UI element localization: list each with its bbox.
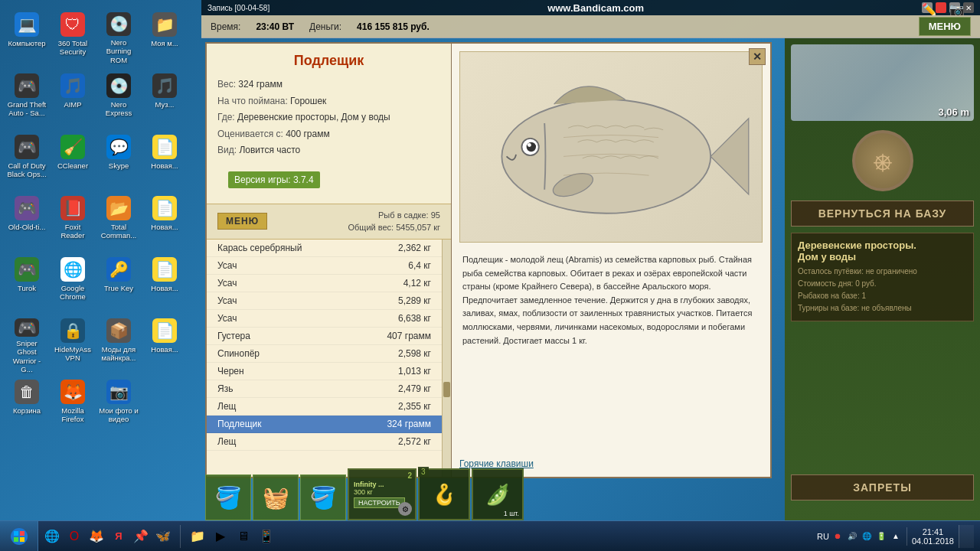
desktop-icon-truekey[interactable]: 🔑 True Key — [96, 253, 142, 314]
desktop-icon-recycle[interactable]: 🗑 Корзина — [4, 375, 50, 436]
desktop-icon-totalcmd[interactable]: 📂 Total Comman... — [96, 191, 142, 253]
svg-rect-9 — [20, 537, 24, 542]
desktop-icon-computer[interactable]: 💻 Компьютер — [4, 8, 50, 69]
minimap: 3,06 m — [791, 44, 974, 121]
fish-list-item[interactable]: Густера 407 грамм — [207, 328, 442, 345]
desktop-icon-new4[interactable]: 📄 Новая... — [142, 314, 188, 375]
fish-list-item[interactable]: Подлещик 324 грамм — [207, 416, 442, 433]
icon-label-new1: Новая... — [151, 161, 178, 170]
fish-item-weight: 6,4 кг — [408, 260, 431, 271]
desktop-icon-foxit[interactable]: 📕 Foxit Reader — [50, 191, 96, 253]
bucket-slot[interactable]: 🪣 — [300, 474, 346, 520]
desktop-icon-nero[interactable]: 💿 Nero Burning ROM — [96, 8, 142, 69]
ship-wheel-icon: ⎈ — [874, 144, 892, 178]
desktop-icon-oldtiles[interactable]: 🎮 Old-Old-ti... — [4, 191, 50, 253]
desktop-icon-muz[interactable]: 🎵 Муз... — [142, 69, 188, 130]
fish-list-item[interactable]: Усач 6,638 кг — [207, 310, 442, 328]
fish-title: Подлещик — [217, 53, 440, 69]
hot-keys-link[interactable]: Горячие клавиши — [459, 458, 763, 469]
tray-icon-3[interactable]: 🔋 — [875, 530, 887, 543]
desktop-icon-sniper[interactable]: 🎮 Sniper Ghost Warrior - G... — [4, 314, 50, 375]
desktop-icon-aimp[interactable]: 🎵 AIMP — [50, 69, 96, 130]
fish-list-item[interactable]: Лещ 2,355 кг — [207, 398, 442, 416]
fish-count-label: Рыб в садке: — [378, 210, 429, 220]
game-bottom-bar: 🪣 🧺 🪣 2 Infinity ... 300 кг НАСТРОИТЬ ⚙ … — [205, 468, 524, 520]
fish-list-item[interactable]: Карась серебряный 2,362 кг — [207, 240, 442, 257]
desktop-icon-new1[interactable]: 📄 Новая... — [142, 130, 188, 191]
total-weight-label: Общий вес: — [348, 223, 394, 232]
desktop-icon-firefox[interactable]: 🦊 Mozilla Firefox — [50, 375, 96, 436]
desktop-icon-skype[interactable]: 💬 Skype — [96, 130, 142, 191]
cauldron-slot[interactable]: 🪣 — [205, 474, 251, 520]
bandicam-record-btn[interactable] — [936, 2, 946, 13]
show-desktop-btn[interactable] — [959, 525, 974, 548]
fish-list-item[interactable]: Усач 6,4 кг — [207, 257, 442, 275]
taskbar-butterfly-icon[interactable]: 🦋 — [152, 526, 174, 547]
dialog-close-btn[interactable]: ✕ — [749, 48, 766, 65]
taskbar-firefox-icon[interactable]: 🦊 — [86, 526, 107, 547]
fish-list-item[interactable]: Спинопёр 2,598 кг — [207, 345, 442, 363]
tray-record-icon[interactable]: ⏺ — [831, 530, 844, 543]
icon-label-google: Google Chrome — [53, 284, 93, 302]
version-label: Версия игры: 3.7.4 — [228, 171, 320, 188]
fish-list-item[interactable]: Усач 4,12 кг — [207, 275, 442, 292]
icon-label-mpc: Моя м... — [151, 39, 178, 47]
tray-icon-1[interactable]: 🔊 — [846, 530, 858, 543]
icon-img-truekey: 🔑 — [106, 257, 131, 282]
bandicam-settings-icon[interactable]: ✏️ — [922, 2, 933, 13]
ship-wheel-btn[interactable]: ⎈ — [852, 130, 913, 191]
start-button[interactable] — [0, 521, 38, 552]
fish-item-name: Подлещик — [217, 419, 387, 429]
taskbar-pin-icon[interactable]: 📌 — [130, 526, 152, 547]
basket-slot[interactable]: 🧺 — [253, 474, 299, 520]
tray-icon-2[interactable]: 🌐 — [861, 530, 873, 543]
fish-item-name: Черен — [217, 366, 398, 377]
fish-list-scrollbar[interactable] — [442, 240, 451, 477]
taskbar-folder-icon[interactable]: 📁 — [187, 526, 208, 547]
taskbar-opera-icon[interactable]: O — [64, 526, 85, 547]
desktop-icon-new3[interactable]: 📄 Новая... — [142, 253, 188, 314]
back-to-base-btn[interactable]: ВЕРНУТЬСЯ НА БАЗУ — [791, 201, 974, 227]
icon-label-photos: Мои фото и видео — [99, 406, 139, 424]
desktop-icon-turok[interactable]: 🎮 Turok — [4, 253, 50, 314]
fish-item-weight: 2,479 кг — [398, 383, 431, 394]
desktop-icon-mpc[interactable]: 📁 Моя м... — [142, 8, 188, 69]
desktop-icon-cod[interactable]: 🎮 Call of Duty Black Ops... — [4, 130, 50, 191]
taskbar-apps-icon[interactable]: 📱 — [256, 526, 277, 547]
tray-indicator: RU — [817, 532, 829, 541]
desktop-icon-express[interactable]: 💿 Nero Express — [96, 69, 142, 130]
taskbar-yandex-icon[interactable]: Я — [108, 526, 129, 547]
rod-settings-icon[interactable]: ⚙ — [398, 502, 412, 516]
taskbar-ie-icon[interactable]: 🌐 — [41, 526, 63, 547]
rod-slot[interactable]: 2 Infinity ... 300 кг НАСТРОИТЬ ⚙ — [348, 468, 416, 520]
taskbar-monitor-icon[interactable]: 🖥 — [233, 526, 254, 547]
desktop-icon-new2[interactable]: 📄 Новая... — [142, 191, 188, 253]
fish-list-item[interactable]: Язь 2,479 кг — [207, 380, 442, 398]
bandicam-close-btn[interactable]: ✕ — [963, 2, 974, 13]
fish-list-item[interactable]: Лещ 2,572 кг — [207, 433, 442, 451]
desktop-icon-photos[interactable]: 📷 Мои фото и видео — [96, 375, 142, 436]
taskbar-play-icon[interactable]: ▶ — [210, 526, 231, 547]
desktop-icon-mods[interactable]: 📦 Моды для майнкра... — [96, 314, 142, 375]
top-menu-btn[interactable]: МЕНЮ — [919, 17, 971, 36]
icon-label-skype: Skype — [109, 161, 129, 170]
fish-list[interactable]: Карась серебряный 2,362 кг Усач 6,4 кг У… — [207, 240, 442, 477]
fishermen-text: Рыбаков на базе: 1 — [798, 290, 967, 302]
fish-list-item[interactable]: Усач 5,289 кг — [207, 292, 442, 310]
tray-up-arrow[interactable]: ▲ — [890, 530, 902, 543]
desktop-icon-hidemyvpn[interactable]: 🔒 HideMyAss VPN — [50, 314, 96, 375]
bandicam-camera-icon[interactable]: 📷 — [949, 2, 960, 13]
configure-btn[interactable]: НАСТРОИТЬ — [354, 497, 405, 508]
menu-button[interactable]: МЕНЮ — [217, 213, 267, 230]
desktop-icon-ccleaner[interactable]: 🧹 CCleaner — [50, 130, 96, 191]
pea-bait-slot[interactable]: 🫛 1 шт. — [472, 468, 524, 520]
icon-label-recycle: Корзина — [13, 406, 41, 415]
desktop-icon-gta[interactable]: 🎮 Grand Theft Auto - Sa... — [4, 69, 50, 130]
fish-list-item[interactable]: Черен 1,013 кг — [207, 363, 442, 380]
money-label: Деньги: — [309, 21, 341, 32]
icon-label-firefox: Mozilla Firefox — [53, 406, 93, 424]
banned-btn[interactable]: ЗАПРЕТЫ — [791, 474, 974, 500]
desktop-icons-area: 💻 Компьютер 🛡 360 Total Security 💿 Nero … — [0, 8, 184, 436]
desktop-icon-security[interactable]: 🛡 360 Total Security — [50, 8, 96, 69]
desktop-icon-google[interactable]: 🌐 Google Chrome — [50, 253, 96, 314]
